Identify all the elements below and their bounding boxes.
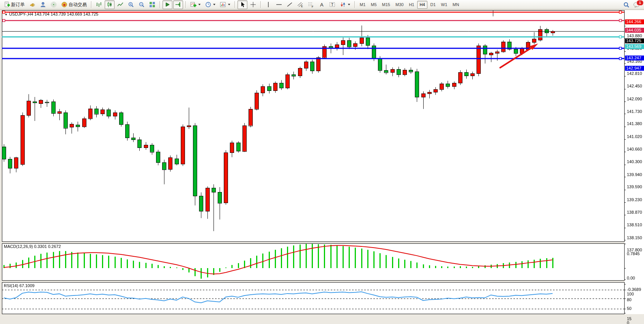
macd-tick: 0.7845 — [627, 251, 640, 256]
templates-button[interactable] — [218, 0, 232, 9]
toolbar-separator — [159, 1, 160, 8]
macd-tick: -0.3689 — [627, 287, 641, 292]
chevron-down-icon[interactable] — [348, 4, 350, 5]
chart-title: ▼USDJPY-,H4 143.704 143.739 143.669 143.… — [5, 12, 98, 16]
rsi-tick: 80 — [627, 297, 631, 302]
price-label-144035: 144.035 — [625, 28, 644, 33]
rsi-tick: 0 — [627, 321, 629, 324]
linechart-icon — [117, 2, 123, 8]
timeframe-m1[interactable]: M1 — [357, 1, 368, 9]
new-order-button-label: 新订单 — [11, 2, 25, 8]
timeframe-m15[interactable]: M15 — [380, 1, 392, 9]
toolbar-right-cluster: 1 — [623, 0, 641, 10]
price-tick: 138.870 — [627, 210, 642, 214]
price-label-142947: 142.947 — [625, 66, 644, 71]
price-tick: 143.880 — [627, 33, 642, 38]
price-tick: 139.940 — [627, 172, 642, 177]
price-tick: 139.230 — [627, 197, 642, 202]
zoom-out-button[interactable] — [137, 0, 147, 9]
timeframe-m5[interactable]: M5 — [368, 1, 379, 9]
label-tool-button[interactable]: T — [327, 0, 337, 9]
autoscroll-icon — [164, 2, 171, 8]
toolbar-separator — [260, 1, 261, 8]
main-toolbar: 新订单自动交易EFATM1M5M15M30H1H4D1W1MN — [0, 0, 644, 10]
price-label-144266: 144.266 — [625, 19, 644, 24]
crosshair-icon — [250, 2, 256, 8]
doc-plus-icon — [4, 2, 10, 8]
tile-icon — [149, 2, 155, 8]
trendline-tool-button[interactable] — [285, 0, 295, 9]
channel-icon: E — [297, 2, 303, 8]
price-chart-canvas[interactable] — [0, 10, 644, 324]
chart-dropdown-icon[interactable]: ▼ — [5, 13, 8, 16]
tile-windows-button[interactable] — [147, 0, 157, 9]
rsi-label: RSI(14) 67.1009 — [4, 283, 35, 288]
timeframe-h4[interactable]: H4 — [417, 1, 427, 9]
price-tick: 140.300 — [627, 159, 642, 164]
price-tick: 140.660 — [627, 147, 642, 151]
macd-tick: 0.00 — [627, 276, 635, 280]
hline-tool-button[interactable] — [274, 0, 284, 9]
price-label-143569: 143.569 — [625, 44, 644, 49]
rsi-tick: 100 — [627, 292, 634, 296]
line-chart-button[interactable] — [115, 0, 125, 9]
toolbar-separator — [91, 1, 92, 8]
chevron-down-icon[interactable] — [198, 4, 201, 5]
rsi-tick: 15 — [627, 316, 631, 321]
candle-chart-button[interactable] — [105, 0, 115, 9]
channel-tool-button[interactable]: E — [295, 0, 305, 9]
auto-scroll-button[interactable] — [163, 0, 172, 9]
price-tick: 142.450 — [627, 84, 642, 88]
price-tick: 138.510 — [627, 222, 642, 227]
svg-text:F: F — [312, 5, 313, 8]
chart-shift-button[interactable] — [173, 0, 183, 9]
chevron-down-icon[interactable] — [228, 4, 230, 5]
svg-text:A: A — [320, 2, 324, 8]
zoomout-icon — [139, 2, 145, 8]
template-icon — [220, 2, 226, 8]
shift-icon — [175, 2, 181, 8]
zoom-in-button[interactable] — [126, 0, 136, 9]
cursor-button[interactable] — [238, 0, 247, 9]
cursor-icon — [239, 2, 245, 8]
price-label-143247: 143.247 — [625, 56, 644, 60]
macd-label: MACD(12,26,9) 0.3301 0.2672 — [4, 244, 61, 249]
text-tool-button[interactable]: A — [317, 0, 327, 9]
trend-icon — [287, 2, 293, 8]
price-tick: 141.020 — [627, 134, 642, 139]
bar-chart-button[interactable] — [94, 0, 104, 9]
chart-window: ▼USDJPY-,H4 143.704 143.739 143.669 143.… — [0, 10, 644, 324]
autotrade-button[interactable]: 自动交易 — [59, 0, 89, 9]
timeframe-h1[interactable]: H1 — [406, 1, 416, 9]
toolbar-separator — [354, 1, 355, 8]
timeframe-w1[interactable]: W1 — [439, 1, 450, 9]
fibo-tool-button[interactable]: F — [306, 0, 316, 9]
autotrade-button-label: 自动交易 — [69, 2, 87, 8]
periods-button[interactable] — [203, 0, 217, 9]
crosshair-button[interactable] — [248, 0, 258, 9]
vline-tool-button[interactable] — [263, 0, 273, 9]
search-icon[interactable] — [623, 2, 630, 8]
rsi-tick: 50 — [627, 306, 631, 311]
indicators-button[interactable] — [188, 0, 202, 9]
chevron-down-icon[interactable] — [213, 4, 215, 5]
svg-text:E: E — [301, 5, 303, 8]
timeframe-mn[interactable]: MN — [450, 1, 461, 9]
new-order-button[interactable]: 新订单 — [2, 0, 27, 9]
signals-button[interactable] — [49, 0, 59, 9]
svg-text:T: T — [331, 3, 333, 7]
hline-icon — [276, 2, 282, 8]
signal-icon — [51, 2, 57, 8]
indplus-icon — [190, 2, 196, 8]
timeframe-d1[interactable]: D1 — [428, 1, 438, 9]
textA-icon: A — [319, 2, 325, 8]
chat-icon[interactable]: 1 — [633, 2, 641, 8]
arrows-tool-button[interactable] — [338, 0, 352, 9]
price-tick: 139.590 — [627, 184, 642, 189]
publisher-button[interactable] — [27, 0, 37, 9]
price-tick: 138.150 — [627, 235, 642, 240]
notification-badge[interactable]: 1 — [636, 0, 644, 6]
community-button[interactable] — [38, 0, 48, 9]
autotrade-icon — [61, 2, 67, 8]
timeframe-m30[interactable]: M30 — [393, 1, 406, 9]
